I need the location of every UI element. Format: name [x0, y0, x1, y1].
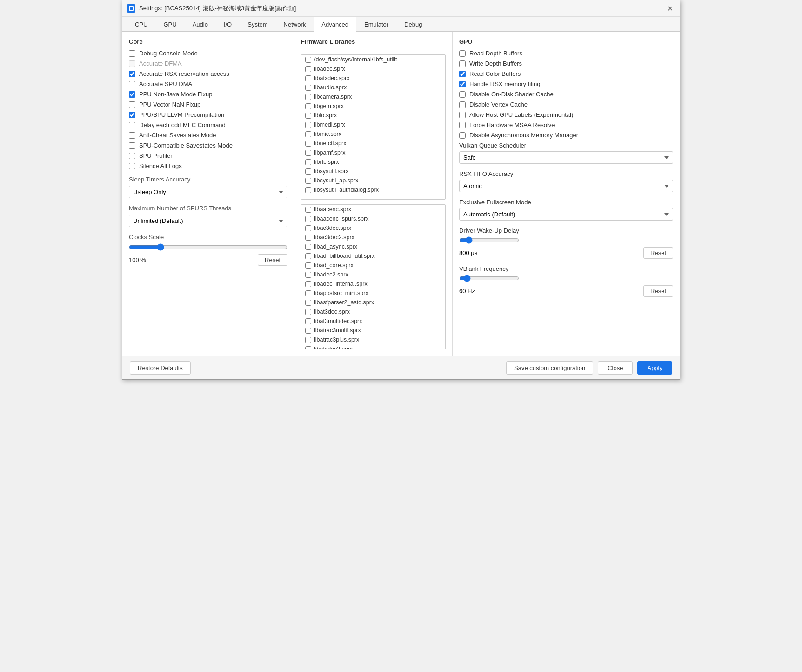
list-item[interactable]: /dev_flash/sys/internal/libfs_utilit: [301, 55, 445, 64]
list-item[interactable]: libad_async.sprx: [301, 242, 445, 251]
checkbox-spu-dma-input[interactable]: [129, 81, 135, 87]
list-item[interactable]: libsysutil_authdialog.sprx: [301, 185, 445, 195]
firmware-item-checkbox[interactable]: [305, 328, 311, 334]
firmware-item-checkbox[interactable]: [305, 262, 311, 269]
firmware-item-checkbox[interactable]: [305, 281, 311, 287]
checkbox-read-color-input[interactable]: [459, 71, 466, 77]
tab-gpu[interactable]: GPU: [155, 17, 184, 32]
firmware-item-checkbox[interactable]: [305, 141, 311, 147]
clocks-reset-button[interactable]: Reset: [258, 254, 287, 266]
checkbox-ppu-non-java-input[interactable]: [129, 91, 135, 98]
checkbox-ppu-spu-llvm-input[interactable]: [129, 112, 135, 118]
checkbox-async-memory-input[interactable]: [459, 132, 466, 139]
firmware-item-checkbox[interactable]: [305, 75, 311, 81]
firmware-item-checkbox[interactable]: [305, 309, 311, 315]
firmware-item-checkbox[interactable]: [305, 346, 311, 350]
firmware-item-checkbox[interactable]: [305, 122, 311, 128]
checkbox-host-gpu-labels-input[interactable]: [459, 112, 466, 118]
checkbox-rsx-tiling-input[interactable]: [459, 81, 466, 87]
checkbox-accurate-dfma-input[interactable]: [129, 60, 135, 67]
checkbox-write-depth-input[interactable]: [459, 60, 466, 67]
firmware-item-checkbox[interactable]: [305, 168, 311, 175]
list-item[interactable]: libadec2.sprx: [301, 270, 445, 279]
list-item[interactable]: libac3dec2.sprx: [301, 233, 445, 242]
checkbox-rsx-reservation-input[interactable]: [129, 71, 135, 77]
list-item[interactable]: libio.sprx: [301, 111, 445, 120]
firmware-item-checkbox[interactable]: [305, 244, 311, 250]
save-custom-button[interactable]: Save custom configuration: [506, 361, 593, 375]
checkbox-disable-vertex-input[interactable]: [459, 101, 466, 108]
firmware-upper-list[interactable]: /dev_flash/sys/internal/libfs_utilit lib…: [301, 54, 446, 200]
firmware-item-checkbox[interactable]: [305, 187, 311, 193]
checkbox-ppu-nan-input[interactable]: [129, 101, 135, 108]
firmware-item-checkbox[interactable]: [305, 113, 311, 119]
checkbox-read-depth-input[interactable]: [459, 50, 466, 57]
tab-emulator[interactable]: Emulator: [356, 17, 396, 32]
firmware-item-checkbox[interactable]: [305, 225, 311, 231]
driver-wakeup-slider[interactable]: [459, 236, 519, 244]
firmware-item-checkbox[interactable]: [305, 337, 311, 343]
firmware-item-checkbox[interactable]: [305, 57, 311, 63]
firmware-item-checkbox[interactable]: [305, 253, 311, 259]
rsx-select[interactable]: Atomic Relaxed Strict: [459, 180, 673, 192]
list-item[interactable]: libat3multidec.sprx: [301, 316, 445, 326]
list-item[interactable]: libatrac3plus.sprx: [301, 335, 445, 344]
checkbox-delay-mfc-input[interactable]: [129, 122, 135, 128]
checkbox-anti-cheat-input[interactable]: [129, 132, 135, 139]
checkbox-spu-profiler-input[interactable]: [129, 153, 135, 159]
spurs-select[interactable]: Unlimited (Default) 5 4 3 2 1 0: [129, 215, 287, 227]
firmware-item-checkbox[interactable]: [305, 216, 311, 222]
firmware-item-checkbox[interactable]: [305, 272, 311, 278]
list-item[interactable]: libatxdec.sprx: [301, 74, 445, 83]
list-item[interactable]: libaacenc.sprx: [301, 205, 445, 214]
list-item[interactable]: libpamf.sprx: [301, 148, 445, 157]
firmware-item-checkbox[interactable]: [305, 94, 311, 100]
list-item[interactable]: libsysutil_ap.sprx: [301, 176, 445, 185]
sleep-timers-select[interactable]: Usleep Only Busy Wait As Host: [129, 186, 287, 198]
tab-advanced[interactable]: Advanced: [314, 17, 356, 32]
firmware-item-checkbox[interactable]: [305, 300, 311, 306]
list-item[interactable]: libac3dec.sprx: [301, 223, 445, 233]
firmware-item-checkbox[interactable]: [305, 178, 311, 184]
list-item[interactable]: libcamera.sprx: [301, 92, 445, 101]
list-item[interactable]: libsysutil.sprx: [301, 167, 445, 176]
checkbox-spu-compatible-input[interactable]: [129, 142, 135, 149]
restore-defaults-button[interactable]: Restore Defaults: [130, 361, 191, 375]
window-close-button[interactable]: ✕: [665, 3, 675, 13]
close-dialog-button[interactable]: Close: [598, 361, 633, 375]
tab-cpu[interactable]: CPU: [127, 17, 155, 32]
firmware-item-checkbox[interactable]: [305, 66, 311, 72]
checkbox-debug-console-input[interactable]: [129, 50, 135, 57]
checkbox-silence-logs-input[interactable]: [129, 163, 135, 169]
vblank-slider[interactable]: [459, 275, 519, 282]
tab-io[interactable]: I/O: [216, 17, 240, 32]
list-item[interactable]: libaudio.sprx: [301, 83, 445, 92]
apply-button[interactable]: Apply: [637, 361, 672, 375]
list-item[interactable]: libasfparser2_astd.sprx: [301, 298, 445, 307]
firmware-item-checkbox[interactable]: [305, 85, 311, 91]
clocks-slider[interactable]: [129, 243, 287, 251]
list-item[interactable]: libmedi.sprx: [301, 120, 445, 129]
vblank-reset-button[interactable]: Reset: [643, 285, 673, 297]
list-item[interactable]: libad_core.sprx: [301, 261, 445, 270]
list-item[interactable]: libad_billboard_util.sprx: [301, 251, 445, 261]
firmware-item-checkbox[interactable]: [305, 235, 311, 241]
list-item[interactable]: libatrac3multi.sprx: [301, 326, 445, 335]
firmware-item-checkbox[interactable]: [305, 103, 311, 109]
list-item[interactable]: libatxdec2.sprx: [301, 344, 445, 349]
tab-debug[interactable]: Debug: [396, 17, 430, 32]
list-item[interactable]: libapostsrc_mini.sprx: [301, 289, 445, 298]
firmware-lower-list[interactable]: libaacenc.sprx libaacenc_spurs.sprx liba…: [301, 204, 446, 349]
tab-network[interactable]: Network: [276, 17, 314, 32]
firmware-item-checkbox[interactable]: [305, 131, 311, 137]
list-item[interactable]: libaacenc_spurs.sprx: [301, 214, 445, 223]
list-item[interactable]: libadec.sprx: [301, 64, 445, 74]
list-item[interactable]: libgem.sprx: [301, 101, 445, 111]
list-item[interactable]: libadec_internal.sprx: [301, 279, 445, 289]
firmware-item-checkbox[interactable]: [305, 150, 311, 156]
list-item[interactable]: libnetctl.sprx: [301, 139, 445, 148]
tab-system[interactable]: System: [240, 17, 275, 32]
firmware-item-checkbox[interactable]: [305, 207, 311, 213]
tab-audio[interactable]: Audio: [185, 17, 216, 32]
list-item[interactable]: libmic.sprx: [301, 129, 445, 139]
